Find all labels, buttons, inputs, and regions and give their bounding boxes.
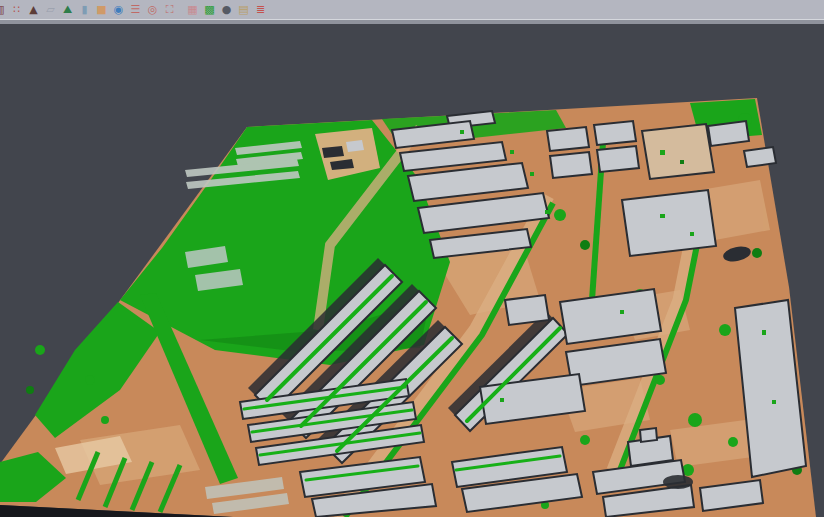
ortho-image-icon[interactable]: ■ xyxy=(95,3,108,16)
sphere-icon[interactable]: ● xyxy=(220,3,233,16)
profile-lines-icon[interactable]: ☰ xyxy=(129,3,142,16)
clipped-left-icon[interactable]: ▥ xyxy=(0,3,6,16)
extent-brackets-icon[interactable]: ⛶ xyxy=(163,3,176,16)
layer-stack-icon[interactable]: ≣ xyxy=(254,3,267,16)
circle-select-icon[interactable]: ◎ xyxy=(146,3,159,16)
classification-map-icon[interactable]: ▩ xyxy=(203,3,216,16)
tile-index-icon[interactable]: ▤ xyxy=(237,3,250,16)
hillshade-icon[interactable]: ⛰ xyxy=(61,3,74,16)
terrain-icon[interactable]: ▲ xyxy=(27,3,40,16)
main-toolbar: ▥∷▲▱⛰▮■◉☰◎⛶▦▩●▤≣ xyxy=(0,0,824,20)
point-cloud-icon[interactable]: ∷ xyxy=(10,3,23,16)
grid-overlay-icon[interactable]: ▦ xyxy=(186,3,199,16)
3d-viewport[interactable] xyxy=(0,24,824,517)
toolbar-separator xyxy=(178,3,184,16)
surface-icon[interactable]: ▱ xyxy=(44,3,57,16)
globe-icon[interactable]: ◉ xyxy=(112,3,125,16)
panel-icon[interactable]: ▮ xyxy=(78,3,91,16)
